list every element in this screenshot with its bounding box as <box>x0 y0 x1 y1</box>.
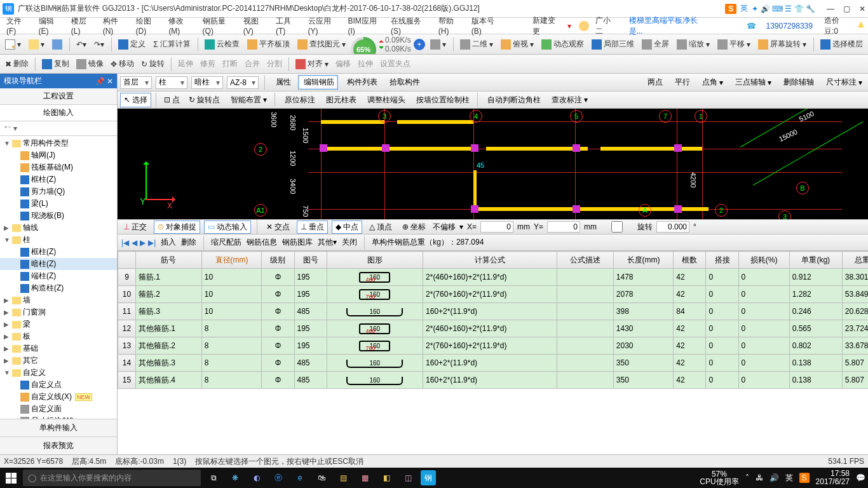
node-axis-grid[interactable]: 轴网(J) <box>0 149 117 161</box>
ortho-toggle[interactable]: ⊥正交 <box>120 221 150 233</box>
user-button[interactable]: 广小二 <box>575 15 625 37</box>
table-row[interactable]: 11箍筋.310Φ 485160160+2*(11.9*d) 39884000.… <box>118 303 869 320</box>
close-button[interactable]: 关闭 <box>342 237 357 248</box>
two-point-button[interactable]: 两点 <box>642 76 666 89</box>
node-slab[interactable]: 现浇板(B) <box>0 210 117 222</box>
smart-layout[interactable]: 智能布置▾ <box>226 93 270 107</box>
category-select[interactable]: 柱 <box>156 76 187 89</box>
app4-icon[interactable]: ◧ <box>377 469 395 487</box>
tip-link[interactable]: 楼梯里高端平板净长是... <box>625 15 714 37</box>
minimize-button[interactable]: — <box>827 4 834 13</box>
insert-row[interactable]: 插入 <box>161 237 176 248</box>
rotate-check[interactable] <box>600 221 634 233</box>
node-constr-col[interactable]: 构造柱(Z) <box>0 282 117 294</box>
rot-input[interactable] <box>656 221 689 233</box>
node-opening[interactable]: ▶门窗洞 <box>0 306 117 318</box>
sidebar-report[interactable]: 报表预览 <box>0 437 117 454</box>
bell-icon[interactable] <box>857 22 865 30</box>
ime-bar[interactable]: S 英 ✦ 🔊 ⌨ ☰ 👕 🔧 <box>725 3 815 14</box>
open-button[interactable]: ▾ <box>26 38 47 51</box>
progress-add-icon[interactable]: + <box>414 39 425 50</box>
dim-button[interactable]: 尺寸标注▾ <box>821 76 865 89</box>
new-button[interactable]: ▾ <box>3 38 24 51</box>
node-axis-root[interactable]: ▶轴线 <box>0 222 117 234</box>
snap-inter[interactable]: ✕交点 <box>263 221 293 233</box>
close-button[interactable]: ✕ <box>859 4 865 13</box>
table-row[interactable]: 9箍筋.110Φ 1951604602*(460+160)+2*(11.9*d)… <box>118 269 869 286</box>
table-row[interactable]: 13其他箍筋.28Φ 1951607602*(760+160)+2*(11.9*… <box>118 337 869 355</box>
ime-s-icon[interactable]: S <box>725 4 736 14</box>
mirror-button[interactable]: 镜像 <box>74 57 106 71</box>
task-view-icon[interactable]: ⧉ <box>205 469 222 487</box>
menu-edit[interactable]: 编辑(E) <box>35 16 67 36</box>
dyninput-toggle[interactable]: ▭动态输入 <box>204 220 251 234</box>
taskbar-search[interactable]: ◯ 在这里输入你要搜索的内容 <box>23 470 201 486</box>
select-floor-button[interactable]: 选择楼层 <box>818 37 865 51</box>
menu-file[interactable]: 文件(F) <box>3 16 35 36</box>
menu-rebar[interactable]: 钢筋量(Q) <box>199 16 240 36</box>
tray-notif-icon[interactable]: 💬 <box>856 473 865 482</box>
table-row[interactable]: 15其他箍筋.48Φ 485160160+2*(11.9*d) 35042000… <box>118 372 869 389</box>
node-foundation[interactable]: ▶基础 <box>0 342 117 355</box>
rot-point-tool[interactable]: ↻ 旋转点 <box>186 93 223 107</box>
edit-rebar-button[interactable]: 编辑钢筋 <box>298 75 338 90</box>
app6-icon[interactable]: 钢 <box>421 470 436 485</box>
nav-first[interactable]: |◀ <box>121 238 129 247</box>
menu-component[interactable]: 构件(N) <box>99 16 132 36</box>
display-options[interactable]: ▾ <box>428 38 449 51</box>
undo-button[interactable]: ↶▾ <box>74 39 89 50</box>
subcat-select[interactable]: 暗柱 <box>191 76 223 89</box>
app1-icon[interactable]: ❋ <box>226 469 244 487</box>
copy-button[interactable]: 复制 <box>39 57 72 71</box>
node-col-root[interactable]: ▼柱 <box>0 234 117 246</box>
tray-lang[interactable]: 英 <box>785 473 793 484</box>
app5-icon[interactable]: ◫ <box>399 469 417 487</box>
point-angle-button[interactable]: 点角▾ <box>697 76 726 89</box>
pin-icon[interactable]: 📌 ✕ <box>95 77 113 86</box>
select-tool[interactable]: ↖ 选择 <box>120 93 151 107</box>
node-raft[interactable]: 筏板基础(M) <box>0 161 117 173</box>
adjust-col-head[interactable]: 调整柱端头 <box>362 93 409 107</box>
sum-calc-button[interactable]: Σ 汇算计算 <box>151 37 193 51</box>
view-top-button[interactable]: 俯视▾ <box>498 37 536 51</box>
table-row[interactable]: 14其他箍筋.38Φ 485160160+2*(11.9*d) 35042000… <box>118 355 869 372</box>
menu-floor[interactable]: 楼层(L) <box>67 16 99 36</box>
phone-label[interactable]: ☎13907298339 <box>739 22 820 30</box>
node-custom-line[interactable]: 自定义线(X)NEW <box>0 391 117 403</box>
menu-modify[interactable]: 修改(M) <box>165 16 198 36</box>
tray-vol-icon[interactable]: 🔊 <box>770 473 779 482</box>
sidebar-proj-settings[interactable]: 工程设置 <box>0 88 117 105</box>
snap-mid[interactable]: ◆中点 <box>332 220 362 234</box>
maximize-button[interactable]: ▢ <box>843 4 850 13</box>
pan-button[interactable]: 平移▾ <box>715 37 753 51</box>
attr-button[interactable]: 属性 <box>271 76 294 89</box>
screen-rotate-button[interactable]: 屏幕旋转▾ <box>756 37 809 51</box>
rotate-button[interactable]: ↻ 旋转 <box>139 57 167 71</box>
floor-select[interactable]: 首层 <box>120 76 152 89</box>
node-beam2[interactable]: ▶梁 <box>0 318 117 330</box>
menu-online[interactable]: 在线服务(S) <box>387 16 435 36</box>
menu-view[interactable]: 视图(V) <box>240 16 272 36</box>
component-select[interactable]: AZ-8 <box>227 76 259 89</box>
scale-rebar[interactable]: 缩尺配筋 <box>211 237 241 248</box>
node-end-col[interactable]: 端柱(Z) <box>0 270 117 282</box>
offset-mode[interactable]: 不偏移 <box>433 222 456 233</box>
node-slab2[interactable]: ▶板 <box>0 330 117 342</box>
auto-edge-col[interactable]: 自动判断边角柱 <box>482 93 544 107</box>
snap-vertex[interactable]: △顶点 <box>366 221 395 233</box>
app2-icon[interactable]: ◐ <box>248 469 266 487</box>
define-button[interactable]: 定义 <box>116 37 148 51</box>
sidebar-draw-input[interactable]: 绘图输入 <box>0 105 117 121</box>
model-viewport[interactable]: Y X <box>118 109 868 219</box>
node-common[interactable]: ▼常用构件类型 <box>0 137 117 149</box>
edge-icon[interactable]: ⓔ <box>269 469 287 487</box>
tray-sogou-icon[interactable]: S <box>799 473 810 483</box>
nav-last[interactable]: ▶| <box>148 238 156 247</box>
zoom-button[interactable]: 缩放▾ <box>674 37 712 51</box>
menu-help[interactable]: 帮助(H) <box>435 16 468 36</box>
edge2-icon[interactable]: e <box>291 469 309 487</box>
menu-tools[interactable]: 工具(T) <box>272 16 304 36</box>
tray-up-icon[interactable]: ˄ <box>745 473 749 482</box>
y-input[interactable] <box>547 221 580 233</box>
delete-row[interactable]: 删除 <box>181 237 196 248</box>
